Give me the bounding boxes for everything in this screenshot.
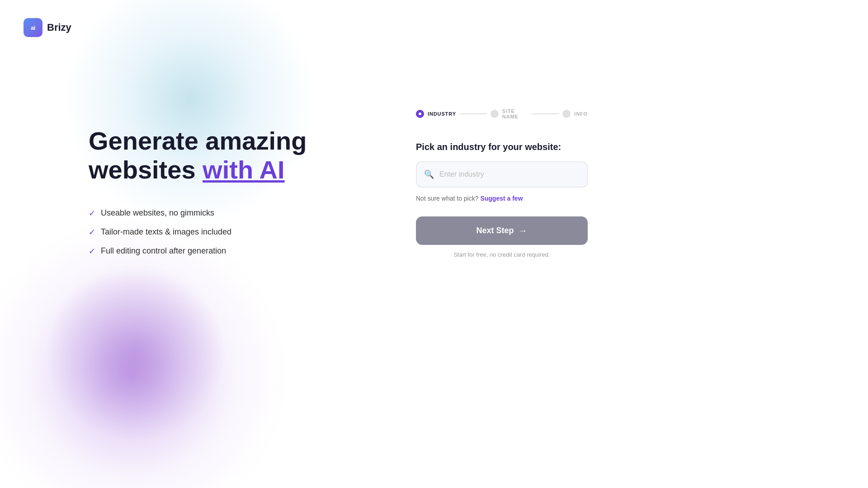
step-info: INFO [562, 110, 588, 118]
step-dot-info [562, 110, 571, 118]
header: ai Brizy [24, 18, 71, 37]
step-divider-2 [532, 113, 559, 114]
step-divider-1 [460, 113, 487, 114]
step-dot-industry [416, 110, 424, 118]
step-sitename: SITE NAME [491, 108, 528, 119]
step-label-industry: INDUSTRY [428, 111, 456, 117]
industry-input[interactable] [416, 161, 588, 188]
free-note: Start for free, no credit card required. [416, 251, 588, 258]
list-item: ✓ Full editing control after generation [89, 246, 307, 256]
check-icon: ✓ [89, 246, 95, 256]
logo-text: Brizy [47, 22, 71, 33]
form-panel: INDUSTRY SITE NAME INFO Pick an industry… [416, 108, 588, 258]
check-icon: ✓ [89, 208, 95, 218]
next-step-button[interactable]: Next Step → [416, 216, 588, 245]
search-icon: 🔍 [424, 169, 434, 179]
hero-section: Generate amazing websites with AI ✓ Usea… [89, 127, 307, 256]
step-dot-sitename [491, 110, 499, 118]
suggest-link[interactable]: Suggest a few [480, 195, 523, 202]
check-icon: ✓ [89, 227, 95, 237]
next-step-label: Next Step [476, 226, 514, 235]
step-indicator: INDUSTRY SITE NAME INFO [416, 108, 588, 119]
industry-input-wrapper: 🔍 [416, 161, 588, 188]
form-label: Pick an industry for your website: [416, 142, 588, 152]
step-label-sitename: SITE NAME [502, 108, 528, 119]
list-item: ✓ Useable websites, no gimmicks [89, 208, 307, 218]
features-list: ✓ Useable websites, no gimmicks ✓ Tailor… [89, 208, 307, 256]
step-label-info: INFO [574, 111, 588, 117]
logo-icon: ai [24, 18, 42, 37]
arrow-icon: → [519, 225, 528, 236]
list-item: ✓ Tailor-made texts & images included [89, 227, 307, 237]
headline-accent: with AI [203, 155, 284, 184]
headline: Generate amazing websites with AI [89, 127, 307, 185]
step-industry: INDUSTRY [416, 110, 456, 118]
suggest-text: Not sure what to pick? Suggest a few [416, 195, 588, 202]
